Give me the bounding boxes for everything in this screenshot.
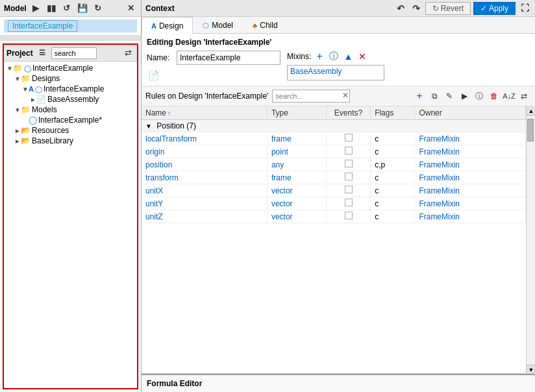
row-flags-0: c xyxy=(375,134,379,143)
tree-item-models-interface[interactable]: ◯ InterfaceExample* xyxy=(4,115,137,125)
tree-item-baselibrary[interactable]: ► 📂 BaseLibrary xyxy=(4,136,137,146)
tree-item-designs-interface[interactable]: ▼ A ◯ InterfaceExample xyxy=(4,84,137,94)
project-expand-icon[interactable]: ⇄ xyxy=(121,47,134,60)
project-filter-icon[interactable]: ☰ xyxy=(36,47,49,60)
tree-arrow[interactable]: ► xyxy=(14,138,21,145)
col-flags[interactable]: Flags xyxy=(371,106,415,120)
close-icon[interactable]: ✕ xyxy=(124,2,137,15)
row-events-3[interactable] xyxy=(345,173,353,180)
mixin-info-button[interactable]: ⓘ xyxy=(328,51,340,62)
group-row-position[interactable]: ▼ Position (7) xyxy=(142,120,526,132)
redo-context-icon[interactable]: ↷ xyxy=(410,2,423,15)
scroll-thumb[interactable] xyxy=(527,119,534,141)
row-events-1[interactable] xyxy=(345,147,353,154)
rules-table: Name ↑ Type Events? Flags Owner xyxy=(142,106,526,223)
apply-button[interactable]: ✓ Apply xyxy=(473,2,516,15)
mixin-up-button[interactable]: ▲ xyxy=(342,51,354,62)
save-icon[interactable]: 💾 xyxy=(76,2,89,15)
tree-item-models[interactable]: ▼ 📁 Models xyxy=(4,104,137,115)
row-owner-1[interactable]: FrameMixin xyxy=(419,147,460,156)
add-rule-button[interactable]: + xyxy=(412,89,427,103)
toggle-rule-button[interactable]: ▶ xyxy=(457,89,471,103)
model-tree-interface-example[interactable]: InterfaceExample xyxy=(4,19,137,32)
row-type-6[interactable]: vector xyxy=(271,212,293,221)
row-owner-6[interactable]: FrameMixin xyxy=(419,212,460,221)
pause-icon[interactable]: ▮▮ xyxy=(45,2,58,15)
context-controls: ↶ ↷ ↻ Revert ✓ Apply ⛶ xyxy=(394,2,531,15)
row-type-0[interactable]: frame xyxy=(271,134,292,143)
rules-search-input[interactable] xyxy=(272,90,350,103)
undo-context-icon[interactable]: ↶ xyxy=(394,2,407,15)
row-type-5[interactable]: vector xyxy=(271,199,293,208)
mixin-remove-button[interactable]: ✕ xyxy=(356,51,368,62)
mixins-label: Mixins: xyxy=(287,52,311,61)
row-type-4[interactable]: vector xyxy=(271,186,293,195)
tree-item-designs[interactable]: ▼ 📁 Designs xyxy=(4,73,137,84)
row-events-2[interactable] xyxy=(345,160,353,167)
vertical-scrollbar[interactable]: ▲ ▼ xyxy=(526,106,535,374)
row-owner-4[interactable]: FrameMixin xyxy=(419,186,460,195)
doc-icon[interactable]: 📄 xyxy=(147,69,160,82)
play-icon[interactable]: ▶ xyxy=(29,2,42,15)
undo-icon[interactable]: ↺ xyxy=(60,2,73,15)
tab-child[interactable]: ♣ Child xyxy=(243,17,288,33)
col-type[interactable]: Type xyxy=(267,106,326,120)
row-owner-5[interactable]: FrameMixin xyxy=(419,199,460,208)
tree-arrow[interactable]: ▼ xyxy=(14,75,21,82)
right-panel: Context ↶ ↷ ↻ Revert ✓ Apply ⛶ xyxy=(142,0,535,392)
tree-arrow[interactable]: ► xyxy=(14,127,21,134)
row-events-4[interactable] xyxy=(345,186,353,193)
info-rule-button[interactable]: ⓘ xyxy=(472,89,486,103)
copy-rule-button[interactable]: ⧉ xyxy=(427,89,442,103)
col-name[interactable]: Name ↑ xyxy=(142,106,267,120)
tree-arrow[interactable]: ▼ xyxy=(22,86,29,93)
rules-toolbar: + ⧉ ✎ ▶ ⓘ 🗑 A↓Z ⇄ xyxy=(412,89,531,103)
rules-search-clear-icon[interactable]: ✕ xyxy=(342,91,349,100)
tree-arrow[interactable]: ▼ xyxy=(6,65,13,72)
row-name-6[interactable]: unitZ xyxy=(145,212,163,221)
name-input[interactable] xyxy=(177,51,280,65)
row-type-2[interactable]: any xyxy=(271,160,284,169)
scroll-down-arrow[interactable]: ▼ xyxy=(527,365,535,374)
refresh-icon[interactable]: ↻ xyxy=(92,2,105,15)
tab-model[interactable]: ⬡ Model xyxy=(193,17,243,33)
expand-button[interactable]: ⇄ xyxy=(517,89,531,103)
row-flags-1: c xyxy=(375,147,379,156)
tree-item-interfaceexample-root[interactable]: ▼ 📁 ◯ InterfaceExample xyxy=(4,63,137,73)
tree-label: Models xyxy=(32,105,57,114)
sort-az-button[interactable]: A↓Z xyxy=(502,89,516,103)
tree-arrow[interactable]: ► xyxy=(30,96,36,103)
row-events-5[interactable] xyxy=(345,199,353,206)
tab-design[interactable]: A Design xyxy=(142,17,193,34)
row-name-2[interactable]: position xyxy=(145,160,172,169)
project-search-input[interactable] xyxy=(51,47,97,59)
row-owner-3[interactable]: FrameMixin xyxy=(419,173,460,182)
tree-item-resources[interactable]: ► 📂 Resources xyxy=(4,125,137,136)
row-name-4[interactable]: unitX xyxy=(145,186,163,195)
col-events[interactable]: Events? xyxy=(326,106,370,120)
mixin-add-button[interactable]: + xyxy=(314,51,325,62)
mixin-item[interactable]: BaseAssembly xyxy=(290,67,342,76)
group-expand-icon[interactable]: ▼ xyxy=(145,123,152,130)
tree-arrow[interactable]: ▼ xyxy=(14,106,21,114)
delete-rule-button[interactable]: 🗑 xyxy=(487,89,501,103)
edit-rule-button[interactable]: ✎ xyxy=(442,89,456,103)
rules-header: Rules on Design 'InterfaceExample' ✕ + ⧉… xyxy=(142,86,535,106)
row-events-0[interactable] xyxy=(345,134,353,141)
tabs-bar: A Design ⬡ Model ♣ Child xyxy=(142,17,535,34)
row-name-5[interactable]: unitY xyxy=(145,199,163,208)
row-name-0[interactable]: localTransform xyxy=(145,134,197,143)
row-type-1[interactable]: point xyxy=(271,147,288,156)
row-owner-0[interactable]: FrameMixin xyxy=(419,134,460,143)
row-events-6[interactable] xyxy=(345,212,353,219)
col-owner[interactable]: Owner xyxy=(415,106,526,120)
row-name-1[interactable]: origin xyxy=(145,147,164,156)
revert-button[interactable]: ↻ Revert xyxy=(425,2,471,15)
maximize-icon[interactable]: ⛶ xyxy=(518,2,531,15)
scroll-up-arrow[interactable]: ▲ xyxy=(527,106,535,116)
tree-item-baseassembly[interactable]: ► 📄 BaseAssembly xyxy=(4,94,137,104)
row-name-3[interactable]: transform xyxy=(145,173,179,182)
row-owner-2[interactable]: FrameMixin xyxy=(419,160,460,169)
row-type-3[interactable]: frame xyxy=(271,173,292,182)
project-title: Project xyxy=(6,49,33,58)
